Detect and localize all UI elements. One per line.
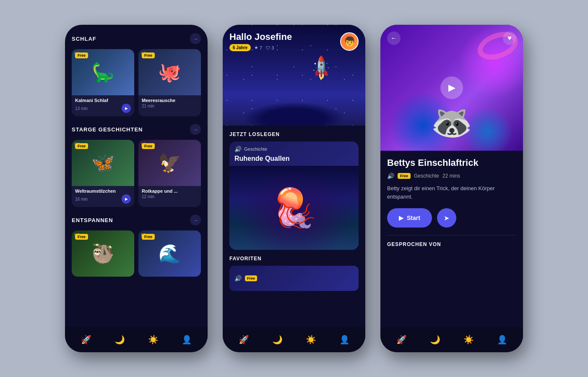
sloth-art: 🦥 — [91, 243, 114, 264]
starge-cards: 👑 Free 🦋 Weltraumstilzchen 16 min ▶ 👑 Fr… — [72, 140, 201, 207]
share-button[interactable]: ➤ — [437, 208, 456, 228]
favoriten-label: FAVORITEN — [229, 256, 359, 262]
featured-sound-icon: 🔊 — [234, 146, 242, 152]
start-button[interactable]: ▶ Start — [387, 208, 432, 228]
story-duration: 22 mins — [442, 173, 460, 179]
nav-sun-1[interactable]: ☀️ — [148, 335, 159, 345]
star-icon: ★ — [254, 45, 258, 50]
age-badge: 6 Jahre — [229, 44, 251, 51]
card-kalmani-img: 👑 Free 🦕 — [72, 49, 134, 95]
fav-badge: Free — [245, 275, 257, 281]
free-badge-kalmani: Free — [75, 52, 88, 58]
card-weltraum-title: Weltraumstilzchen — [75, 188, 131, 194]
featured-card-title: Ruhende Quallen — [229, 155, 359, 166]
card-weltraum-img: 👑 Free 🦋 — [72, 140, 134, 186]
nav-sun-3[interactable]: ☀️ — [463, 335, 474, 345]
nav-user-1[interactable]: 👤 — [182, 335, 192, 345]
raccoon-astronaut: 🦝 — [431, 103, 473, 142]
schlaf-cards: 👑 Free 🦕 Kalmani Schlaf 13 min ▶ 👑 Free — [72, 49, 201, 116]
card-kalmani-duration: 13 min — [75, 106, 88, 111]
nav-rocket-1[interactable]: 🚀 — [81, 335, 91, 345]
story-meta: 🔊 Free Geschichte 22 mins — [387, 173, 516, 179]
story-free-badge: Free — [398, 173, 411, 179]
card-rotkappe-img: 👑 Free 🦅 — [138, 140, 201, 186]
schlaf-arrow[interactable]: → — [190, 33, 201, 44]
card-wave-img: 👑 Free 🌊 — [138, 230, 201, 277]
featured-card[interactable]: 🔊 Geschichte Ruhende Quallen 🪼 — [229, 141, 359, 250]
user-avatar[interactable]: 👦 — [340, 32, 359, 51]
card-rotkappe-meta: 12 min — [142, 194, 198, 199]
jellyfish-emoji: 🪼 — [271, 186, 317, 230]
phone1-bottom-nav: 🚀 🌙 ☀️ 👤 — [65, 327, 208, 352]
screen3-hero: ← ♥ ▶ 🦝 — [380, 25, 523, 151]
screen-1-content: SCHLAF → 👑 Free 🦕 Kalmani Schlaf 13 min … — [65, 25, 208, 327]
shields-stat: 🛡 3 — [265, 45, 274, 50]
card-kalmani-play[interactable]: ▶ — [122, 104, 131, 113]
nav-sun-2[interactable]: ☀️ — [306, 335, 316, 345]
screen3-header: ← ♥ — [380, 25, 523, 52]
screen2-body: JETZT LOSLEGEN 🔊 Geschichte Ruhende Qual… — [223, 126, 365, 327]
card-meeresrausch-info: Meeresrausche 21 min — [138, 95, 201, 112]
starge-header: STARGE GESCHICHTEN → — [72, 124, 201, 135]
entspannen-header: ENTSPANNEN → — [72, 215, 201, 225]
fav-sound-icon: 🔊 — [234, 275, 242, 282]
entspannen-title: ENTSPANNEN — [72, 217, 113, 223]
weltraum-art: 🦋 — [91, 152, 114, 174]
card-meeresrausch[interactable]: 👑 Free 🐙 Meeresrausche 21 min — [138, 49, 201, 116]
card-rotkappe[interactable]: 👑 Free 🦅 Rotkappe und ... 12 min — [138, 140, 201, 207]
nav-rocket-3[interactable]: 🚀 — [396, 335, 407, 345]
greeting-block: Hallo Josefine 6 Jahre ★ 7 🛡 3 — [229, 31, 292, 51]
card-meeresrausch-meta: 21 min — [142, 104, 198, 108]
story-title: Bettys Einschlaftrick — [387, 157, 516, 168]
gesprochen-label: GESPROCHEN VON — [387, 241, 516, 247]
starge-title: STARGE GESCHICHTEN — [72, 126, 143, 133]
card-rotkappe-duration: 12 min — [142, 194, 154, 199]
schlaf-title: SCHLAF — [72, 36, 96, 42]
screen2-header: Hallo Josefine 6 Jahre ★ 7 🛡 3 👦 — [223, 25, 365, 58]
start-play-icon: ▶ — [399, 215, 403, 221]
card-rotkappe-title: Rotkappe und ... — [142, 188, 198, 194]
nav-rocket-2[interactable]: 🚀 — [239, 335, 249, 345]
phone3-bottom-nav: 🚀 🌙 ☀️ 👤 — [380, 327, 523, 352]
rotkappe-art: 🦅 — [158, 152, 181, 174]
card-kalmani-title: Kalmani Schlaf — [75, 98, 131, 103]
stars-stat: ★ 7 — [254, 45, 262, 50]
card-kalmani-meta: 13 min ▶ — [75, 104, 131, 113]
entspannen-arrow[interactable]: → — [190, 215, 201, 225]
wave-art: 🌊 — [158, 243, 181, 264]
card-wave[interactable]: 👑 Free 🌊 — [138, 230, 201, 277]
nav-moon-1[interactable]: 🌙 — [114, 335, 125, 345]
free-badge-weltraum: Free — [75, 143, 88, 149]
nav-moon-2[interactable]: 🌙 — [272, 335, 283, 345]
back-button[interactable]: ← — [387, 31, 401, 45]
free-badge-sloth: Free — [75, 234, 88, 240]
nav-moon-3[interactable]: 🌙 — [430, 335, 440, 345]
phone-1: SCHLAF → 👑 Free 🦕 Kalmani Schlaf 13 min … — [65, 25, 208, 352]
jellyfish-art: 🪼 — [229, 166, 359, 250]
starge-arrow[interactable]: → — [190, 124, 201, 135]
story-type: Geschichte — [414, 173, 439, 179]
card-weltraum-meta: 16 min ▶ — [75, 194, 131, 204]
share-icon: ➤ — [444, 214, 449, 222]
free-badge-wave: Free — [142, 234, 155, 240]
screen3-body: Bettys Einschlaftrick 🔊 Free Geschichte … — [380, 151, 523, 327]
shield-icon: 🛡 — [265, 45, 270, 50]
fav-card[interactable]: 🔊 Free — [229, 266, 359, 291]
nav-user-2[interactable]: 👤 — [339, 335, 350, 345]
gesprochen-section: GESPROCHEN VON — [387, 235, 516, 247]
card-weltraum-info: Weltraumstilzchen 16 min ▶ — [72, 186, 134, 207]
play-overlay-button[interactable]: ▶ — [440, 76, 463, 99]
nav-user-3[interactable]: 👤 — [497, 335, 507, 345]
entspannen-cards: 👑 Free 🦥 👑 Free 🌊 — [72, 230, 201, 277]
heart-button[interactable]: ♥ — [503, 31, 516, 45]
greeting-text: Hallo Josefine — [229, 31, 292, 42]
phone-2: 🚀 Hallo Josefine 6 Jahre ★ 7 🛡 3 👦 — [223, 25, 365, 352]
free-badge-meeresrausch: Free — [142, 52, 155, 58]
card-kalmani[interactable]: 👑 Free 🦕 Kalmani Schlaf 13 min ▶ — [72, 49, 134, 116]
kalmani-art: 🦕 — [91, 61, 114, 83]
card-meeresrausch-title: Meeresrausche — [142, 98, 198, 103]
card-sloth[interactable]: 👑 Free 🦥 — [72, 230, 134, 277]
featured-card-top: 🔊 Geschichte — [229, 141, 359, 155]
card-weltraum-play[interactable]: ▶ — [122, 194, 131, 204]
card-weltraum[interactable]: 👑 Free 🦋 Weltraumstilzchen 16 min ▶ — [72, 140, 134, 207]
